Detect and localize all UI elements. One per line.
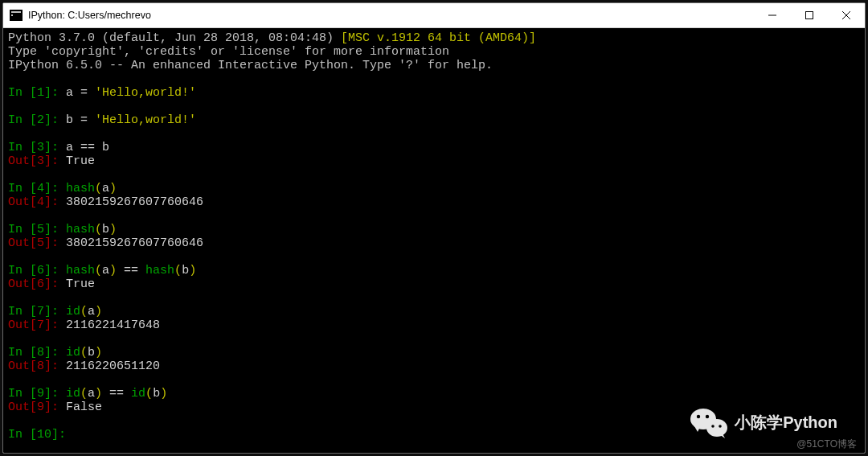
out-prompt-6: Out[6]:: [8, 277, 66, 291]
in-prompt-7: In [7]:: [8, 305, 66, 318]
out-prompt-7: Out[7]:: [8, 318, 66, 332]
app-icon: [10, 9, 23, 22]
svg-rect-2: [11, 14, 13, 16]
in-prompt-9: In [9]:: [8, 387, 66, 401]
svg-rect-1: [11, 11, 21, 13]
maximize-button[interactable]: [791, 3, 828, 27]
window-frame: IPython: C:Users/mechrevo Python 3.7.0 (…: [2, 2, 866, 454]
copyright-line: Type 'copyright', 'credits' or 'license'…: [8, 45, 449, 59]
python-version-line: Python 3.7.0 (default, Jun 28 2018, 08:0…: [8, 31, 536, 45]
in-prompt-3: In [3]:: [8, 141, 66, 154]
in-prompt-10: In [10]:: [8, 428, 73, 442]
svg-rect-3: [806, 12, 813, 19]
in-prompt-8: In [8]:: [8, 346, 66, 359]
out-prompt-5: Out[5]:: [8, 236, 66, 250]
close-button[interactable]: [828, 3, 865, 27]
in-prompt-2: In [2]:: [8, 113, 66, 127]
minimize-button[interactable]: [754, 3, 791, 27]
in-prompt-4: In [4]:: [8, 182, 66, 195]
out-prompt-3: Out[3]:: [8, 154, 66, 168]
ipython-version-line: IPython 6.5.0 -- An enhanced Interactive…: [8, 59, 493, 72]
titlebar[interactable]: IPython: C:Users/mechrevo: [3, 3, 865, 28]
window-controls: [754, 3, 865, 27]
out-prompt-9: Out[9]:: [8, 401, 66, 414]
in-prompt-6: In [6]:: [8, 264, 66, 277]
in-prompt-1: In [1]:: [8, 86, 66, 100]
window-title: IPython: C:Users/mechrevo: [28, 10, 151, 21]
out-prompt-8: Out[8]:: [8, 359, 66, 373]
out-prompt-4: Out[4]:: [8, 195, 66, 209]
in-prompt-5: In [5]:: [8, 223, 66, 236]
terminal-body[interactable]: Python 3.7.0 (default, Jun 28 2018, 08:0…: [3, 28, 865, 453]
